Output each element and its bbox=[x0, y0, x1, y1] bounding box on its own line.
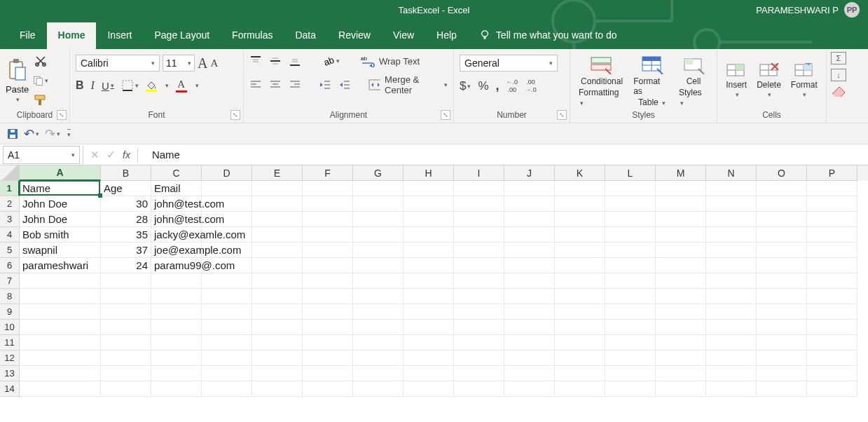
italic-button[interactable]: I bbox=[91, 79, 95, 92]
cell[interactable] bbox=[656, 381, 706, 397]
cell[interactable] bbox=[252, 227, 303, 243]
cell[interactable]: Bob smith bbox=[20, 227, 101, 243]
cell[interactable] bbox=[454, 304, 504, 320]
cell[interactable] bbox=[605, 273, 656, 289]
column-header[interactable]: A bbox=[20, 165, 101, 181]
cell[interactable] bbox=[807, 320, 857, 335]
cell[interactable] bbox=[202, 212, 252, 227]
user-area[interactable]: PARAMESHWARI P PP bbox=[756, 2, 860, 18]
cell[interactable] bbox=[404, 350, 454, 366]
cell[interactable]: 28 bbox=[101, 212, 151, 227]
tab-view[interactable]: View bbox=[382, 22, 425, 49]
cell[interactable]: 37 bbox=[101, 243, 151, 258]
cell[interactable] bbox=[202, 304, 252, 320]
cell[interactable] bbox=[303, 381, 353, 397]
cell[interactable] bbox=[454, 335, 504, 350]
cell[interactable] bbox=[656, 320, 706, 335]
cell[interactable] bbox=[706, 227, 757, 243]
cell[interactable] bbox=[202, 350, 252, 366]
cell[interactable] bbox=[101, 335, 151, 350]
cell[interactable]: paramu99@.com bbox=[151, 258, 202, 273]
cell[interactable] bbox=[101, 350, 151, 366]
cell[interactable] bbox=[757, 227, 807, 243]
cell[interactable] bbox=[151, 273, 202, 289]
autosum-icon[interactable]: Σ bbox=[831, 52, 846, 64]
cell[interactable] bbox=[706, 335, 757, 350]
cell[interactable] bbox=[101, 366, 151, 381]
tab-file[interactable]: File bbox=[8, 22, 47, 49]
cell[interactable] bbox=[252, 381, 303, 397]
cell[interactable] bbox=[504, 320, 555, 335]
cell[interactable] bbox=[605, 243, 656, 258]
cell[interactable] bbox=[504, 273, 555, 289]
cell[interactable] bbox=[252, 289, 303, 304]
cell[interactable] bbox=[706, 366, 757, 381]
cell[interactable] bbox=[454, 366, 504, 381]
cell[interactable] bbox=[555, 304, 605, 320]
cell[interactable] bbox=[252, 196, 303, 212]
cell[interactable] bbox=[605, 212, 656, 227]
cell[interactable]: John Doe bbox=[20, 212, 101, 227]
cell[interactable] bbox=[101, 273, 151, 289]
cell[interactable] bbox=[202, 273, 252, 289]
cell[interactable] bbox=[555, 335, 605, 350]
cell[interactable] bbox=[504, 350, 555, 366]
tab-insert[interactable]: Insert bbox=[96, 22, 143, 49]
align-bottom-button[interactable] bbox=[289, 55, 301, 67]
cell[interactable] bbox=[303, 350, 353, 366]
cell[interactable] bbox=[605, 350, 656, 366]
cell[interactable] bbox=[353, 258, 404, 273]
row-header[interactable]: 6 bbox=[0, 258, 20, 273]
alignment-launcher-icon[interactable]: ⤡ bbox=[441, 110, 450, 120]
cell[interactable] bbox=[706, 350, 757, 366]
conditional-formatting-button[interactable]: Conditional Formatting ▾ bbox=[576, 54, 628, 107]
cell[interactable] bbox=[404, 258, 454, 273]
cell[interactable] bbox=[303, 366, 353, 381]
cell[interactable] bbox=[757, 304, 807, 320]
cell[interactable] bbox=[353, 289, 404, 304]
cell[interactable] bbox=[605, 366, 656, 381]
cell[interactable] bbox=[605, 181, 656, 196]
cell[interactable] bbox=[151, 350, 202, 366]
align-top-button[interactable] bbox=[249, 55, 262, 67]
cell[interactable] bbox=[252, 212, 303, 227]
cell[interactable] bbox=[252, 243, 303, 258]
cell[interactable] bbox=[353, 304, 404, 320]
cell[interactable] bbox=[303, 289, 353, 304]
cell[interactable] bbox=[757, 350, 807, 366]
column-header[interactable]: O bbox=[757, 165, 807, 181]
cell[interactable] bbox=[555, 273, 605, 289]
cell[interactable] bbox=[757, 335, 807, 350]
cell[interactable] bbox=[202, 227, 252, 243]
column-header[interactable]: E bbox=[252, 165, 303, 181]
cell[interactable] bbox=[303, 181, 353, 196]
cell[interactable] bbox=[202, 196, 252, 212]
tab-review[interactable]: Review bbox=[327, 22, 382, 49]
cell[interactable] bbox=[706, 258, 757, 273]
cell[interactable] bbox=[404, 227, 454, 243]
font-size-select[interactable]: 11▾ bbox=[163, 55, 195, 72]
cell[interactable] bbox=[454, 350, 504, 366]
cell[interactable] bbox=[757, 381, 807, 397]
cell[interactable] bbox=[454, 273, 504, 289]
cell[interactable] bbox=[353, 196, 404, 212]
fill-color-button[interactable] bbox=[146, 80, 157, 92]
cell[interactable] bbox=[757, 258, 807, 273]
cell[interactable] bbox=[555, 258, 605, 273]
increase-indent-button[interactable] bbox=[338, 80, 351, 90]
cell[interactable] bbox=[656, 258, 706, 273]
save-button[interactable] bbox=[7, 128, 18, 139]
cell[interactable] bbox=[20, 366, 101, 381]
redo-button[interactable]: ↷▾ bbox=[45, 126, 60, 142]
cell[interactable] bbox=[353, 366, 404, 381]
cell[interactable] bbox=[252, 181, 303, 196]
cell[interactable] bbox=[807, 381, 857, 397]
cell[interactable] bbox=[656, 227, 706, 243]
cell[interactable] bbox=[706, 381, 757, 397]
cell[interactable] bbox=[353, 243, 404, 258]
row-header[interactable]: 1 bbox=[0, 181, 20, 196]
cell[interactable] bbox=[757, 181, 807, 196]
decrease-decimal-button[interactable]: .00→.0 bbox=[525, 79, 537, 93]
cell[interactable] bbox=[303, 258, 353, 273]
cell[interactable] bbox=[706, 196, 757, 212]
